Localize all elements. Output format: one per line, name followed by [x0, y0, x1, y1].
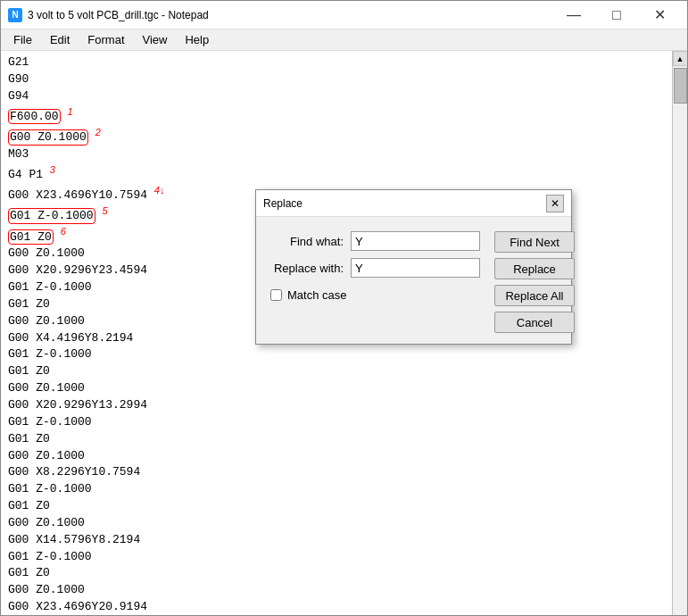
line-g01-z0-6: G01 Z0 [8, 565, 665, 582]
main-window: N 3 volt to 5 volt PCB_drill.tgc - Notep… [0, 0, 688, 616]
line-g01-z0-4: G01 Z0 [8, 431, 665, 448]
close-button[interactable]: ✕ [639, 1, 680, 29]
annotation-2: 2 [95, 127, 101, 137]
match-case-checkbox[interactable] [270, 289, 282, 301]
menu-help[interactable]: Help [176, 31, 218, 48]
cancel-button[interactable]: Cancel [494, 312, 575, 333]
annotation-5: 5 [102, 205, 107, 216]
scroll-up-arrow[interactable]: ▲ [673, 51, 688, 66]
line-m03: M03 [8, 146, 665, 163]
line-g00-z01-7: G00 Z0.1000 [8, 582, 665, 599]
line-g00-z01-6: G00 Z0.1000 [8, 515, 665, 532]
line-g00-x14: G00 X14.5796Y8.2194 [8, 532, 665, 549]
replace-with-label: Replace with: [270, 262, 344, 275]
content-area: G21 G90 G94 F600.00 1 G00 Z0.1000 2 M03 … [1, 51, 687, 615]
line-g00-x23-2: G00 X23.4696Y20.9194 [8, 599, 665, 615]
dialog-body: Find what: Replace with: Match case [256, 217, 571, 344]
replace-with-row: Replace with: [270, 258, 480, 278]
annotation-3: 3 [50, 164, 55, 175]
line-g01-z-01-6: G01 Z-0.1000 [8, 549, 665, 566]
annotation-6: 6 [61, 226, 66, 237]
replace-with-input[interactable] [351, 258, 480, 278]
dialog-title: Replace [263, 197, 546, 210]
line-g00-z01-4: G00 Z0.1000 [8, 380, 665, 397]
menu-bar: File Edit Format View Help [1, 29, 687, 51]
dialog-buttons: Find Next Replace Replace All Cancel [487, 231, 575, 333]
menu-file[interactable]: File [4, 31, 41, 48]
circle-2: G00 Z0.1000 [8, 129, 88, 146]
line-g00-z01-5: G00 Z0.1000 [8, 448, 665, 465]
dialog-close-button[interactable]: ✕ [546, 195, 564, 212]
replace-button[interactable]: Replace [494, 258, 575, 279]
scrollbar: ▲ [672, 51, 687, 615]
dialog-fields: Find what: Replace with: Match case [270, 231, 480, 333]
line-g00-x82: G00 X8.2296Y10.7594 [8, 464, 665, 481]
match-case-label: Match case [287, 288, 346, 302]
line-g01-z-01-4: G01 Z-0.1000 [8, 414, 665, 431]
menu-format[interactable]: Format [79, 31, 133, 48]
find-what-label: Find what: [270, 235, 344, 248]
scroll-thumb[interactable] [674, 68, 687, 104]
line-g01-z-01-5: G01 Z-0.1000 [8, 481, 665, 498]
annotation-4: 4↓ [154, 185, 165, 196]
line-g01-z0-3: G01 Z0 [8, 363, 665, 380]
find-what-row: Find what: [270, 231, 480, 251]
window-controls: — □ ✕ [553, 1, 680, 29]
menu-edit[interactable]: Edit [41, 31, 79, 48]
line-g00-x20-2: G00 X20.9296Y13.2994 [8, 397, 665, 414]
line-g01-z-01-3: G01 Z-0.1000 [8, 346, 665, 363]
circle-5: G01 Z-0.1000 [8, 208, 95, 224]
menu-view[interactable]: View [134, 31, 177, 48]
line-g4p1: G4 P1 3 [8, 163, 665, 184]
circle-6: G01 Z0 [8, 229, 54, 246]
replace-dialog: Replace ✕ Find what: Replace with: [255, 189, 572, 345]
dialog-title-bar: Replace ✕ [256, 190, 571, 217]
annotation-1: 1 [67, 106, 72, 117]
title-bar: N 3 volt to 5 volt PCB_drill.tgc - Notep… [1, 1, 687, 29]
find-next-button[interactable]: Find Next [494, 231, 575, 253]
line-g90: G90 [8, 71, 665, 88]
circle-1: F600.00 [8, 109, 61, 125]
line-g94: G94 [8, 88, 665, 105]
match-case-row: Match case [270, 288, 480, 305]
line-g21: G21 [8, 54, 665, 71]
line-f600: F600.00 1 [8, 105, 665, 126]
replace-all-button[interactable]: Replace All [494, 285, 575, 306]
maximize-button[interactable]: □ [596, 1, 637, 29]
window-title: 3 volt to 5 volt PCB_drill.tgc - Notepad [28, 9, 553, 21]
find-what-input[interactable] [351, 231, 480, 251]
minimize-button[interactable]: — [553, 1, 594, 29]
app-icon: N [8, 8, 22, 22]
line-g01-z0-5: G01 Z0 [8, 498, 665, 515]
line-g00-z01: G00 Z0.1000 2 [8, 126, 665, 146]
